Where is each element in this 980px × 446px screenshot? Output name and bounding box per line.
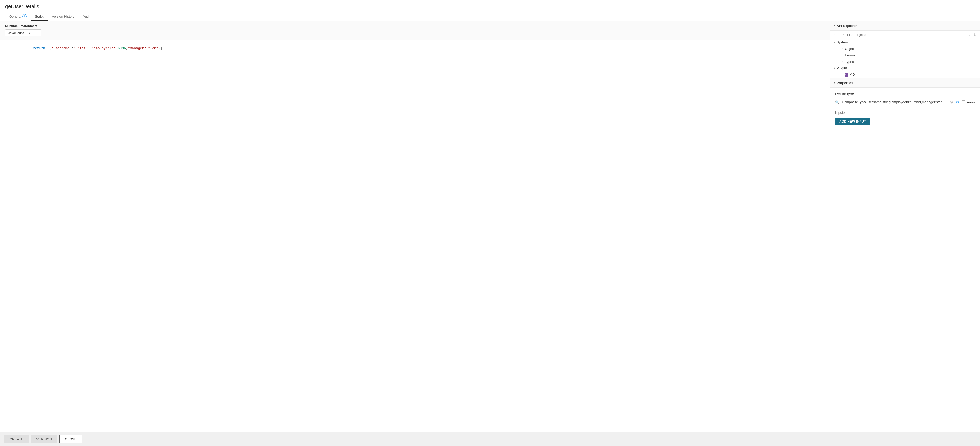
properties-header[interactable]: ▾ Properties [830, 78, 980, 88]
array-label: Array [967, 100, 975, 104]
expand-icon-ad: › [843, 73, 843, 76]
api-explorer-header[interactable]: ▾ API Explorer [830, 21, 980, 30]
main-content: Runtime Environment JavaScript ▾ 1 retur… [0, 21, 980, 432]
api-explorer-chevron-icon: ▾ [834, 24, 835, 27]
expand-icon-plugins: ▾ [834, 67, 835, 70]
info-icon: i [22, 14, 27, 18]
tab-general-label: General [9, 14, 21, 18]
properties-chevron-icon: ▾ [834, 81, 835, 84]
forward-nav-button[interactable]: → [840, 32, 846, 37]
filter-input[interactable] [847, 33, 967, 37]
line-content-1: return [{"username":"Fritz", "employeeId… [13, 42, 830, 54]
tab-audit-label: Audit [83, 14, 91, 18]
tree-label-enums: Enums [845, 53, 855, 57]
runtime-select-row: JavaScript ▾ [5, 29, 825, 37]
tabs-bar: General i Script Version History Audit [5, 12, 975, 21]
runtime-section: Runtime Environment JavaScript ▾ [0, 21, 830, 40]
code-editor[interactable]: 1 return [{"username":"Fritz", "employee… [0, 40, 830, 432]
properties-content: Return type 🔍 ⊗ ↻ Array Inputs ADD NEW I… [830, 88, 980, 129]
tree-label-objects: Objects [845, 47, 856, 51]
back-nav-button[interactable]: ← [833, 32, 838, 37]
refresh-button[interactable]: ↻ [972, 32, 977, 37]
tree-label-types: Types [845, 60, 854, 64]
dropdown-arrow-icon: ▾ [29, 32, 30, 34]
tree-container[interactable]: ▾ System › Objects › Enums › Types ▾ [830, 39, 980, 78]
code-line-1: 1 return [{"username":"Fritz", "employee… [0, 42, 830, 54]
api-toolbar: ← → ▽ ↻ [830, 30, 980, 39]
ad-plugin-icon: AD [845, 73, 848, 76]
api-explorer-title: API Explorer [837, 24, 976, 28]
return-type-label: Return type [835, 92, 975, 96]
runtime-dropdown[interactable]: JavaScript ▾ [5, 29, 41, 37]
array-checkbox-row: Array [962, 100, 975, 104]
footer: CREATE VERSION CLOSE [0, 432, 980, 446]
version-button[interactable]: VERSION [31, 435, 58, 443]
tree-item-types[interactable]: › Types [830, 59, 980, 65]
return-type-input[interactable] [842, 99, 947, 105]
tree-label-ad: AD [850, 73, 854, 76]
inputs-section: Inputs ADD NEW INPUT [835, 110, 975, 126]
reload-return-type-button[interactable]: ↻ [955, 100, 959, 104]
tab-general[interactable]: General i [5, 12, 31, 21]
properties-title: Properties [837, 81, 976, 85]
expand-icon-enums: › [843, 54, 843, 57]
add-new-input-button[interactable]: ADD NEW INPUT [835, 118, 870, 126]
tree-item-plugins[interactable]: ▾ Plugins [830, 65, 980, 72]
search-icon: 🔍 [835, 100, 839, 104]
tree-item-enums[interactable]: › Enums [830, 52, 980, 59]
tab-script[interactable]: Script [31, 12, 48, 21]
return-type-row: 🔍 ⊗ ↻ Array [835, 99, 975, 105]
expand-icon-types: › [843, 60, 843, 63]
tab-version-history[interactable]: Version History [48, 12, 78, 21]
inputs-title: Inputs [835, 110, 975, 115]
tab-audit[interactable]: Audit [79, 12, 95, 21]
api-explorer: ▾ API Explorer ← → ▽ ↻ ▾ System › [830, 21, 980, 78]
expand-icon-objects: › [843, 47, 843, 50]
create-button[interactable]: CREATE [4, 435, 29, 443]
runtime-label: Runtime Environment [5, 24, 825, 28]
tree-label-plugins: Plugins [837, 66, 848, 70]
filter-icon: ▽ [968, 33, 971, 37]
page-header: getUserDetails General i Script Version … [0, 0, 980, 21]
tab-script-label: Script [35, 14, 43, 18]
properties-panel: ▾ Properties Return type 🔍 ⊗ ↻ Array [830, 78, 980, 432]
right-panel: ▾ API Explorer ← → ▽ ↻ ▾ System › [830, 21, 980, 432]
tree-item-ad[interactable]: › AD AD [830, 72, 980, 78]
editor-panel: Runtime Environment JavaScript ▾ 1 retur… [0, 21, 830, 432]
runtime-value: JavaScript [8, 31, 24, 35]
tree-item-objects[interactable]: › Objects [830, 46, 980, 52]
expand-icon: ▾ [834, 41, 835, 44]
page-title: getUserDetails [5, 4, 975, 10]
close-button[interactable]: CLOSE [59, 435, 82, 443]
tree-item-system[interactable]: ▾ System [830, 39, 980, 46]
line-number-1: 1 [0, 42, 13, 46]
tab-version-history-label: Version History [52, 14, 74, 18]
clear-return-type-button[interactable]: ⊗ [949, 100, 953, 104]
tree-label-system: System [837, 40, 848, 44]
array-checkbox[interactable] [962, 100, 965, 104]
